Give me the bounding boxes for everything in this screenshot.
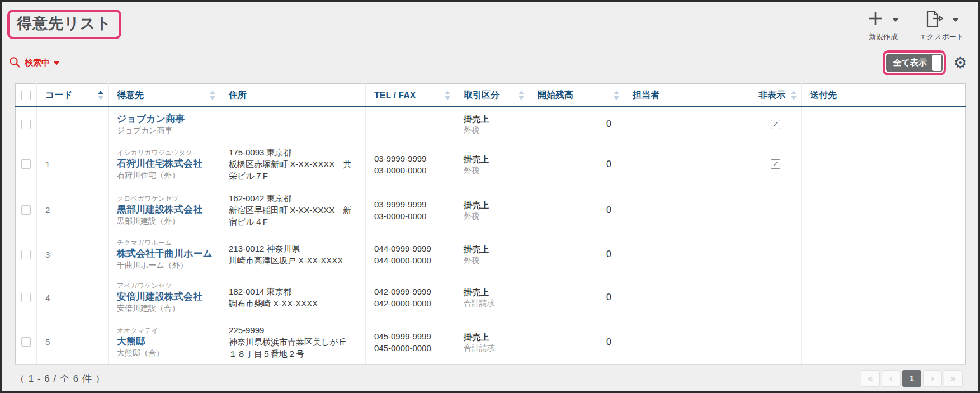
show-all-toggle[interactable]: 全て表示 <box>886 54 943 72</box>
tel-line: 03-9999-9999 <box>374 198 449 210</box>
address-line: 川崎市高津区坂戸 X-XX-XXXX <box>229 254 360 266</box>
column-header-hidden[interactable]: 非表示 <box>750 84 802 107</box>
code-cell: 3 <box>37 233 109 276</box>
sendto-cell <box>802 187 966 233</box>
column-label: コード <box>45 89 73 101</box>
hidden-checkbox-checked[interactable]: ✓ <box>771 159 780 169</box>
opening-balance-cell: 0 <box>529 233 624 276</box>
table-row: 4アベガワケンセツ安倍川建設株式会社安倍川建設（合）182-0014 東京都調布… <box>16 276 966 319</box>
hidden-flag-cell: ✓ <box>750 141 802 187</box>
code-cell: 5 <box>37 319 109 365</box>
sort-arrows-icon[interactable] <box>791 91 797 100</box>
customer-kana: チクマガワホーム <box>117 238 214 247</box>
division-main: 掛売上 <box>464 199 523 211</box>
next-page-button[interactable]: › <box>923 370 942 387</box>
address-line: 新宿区早稲田町 X-XX-XXXX 新宿ビル４F <box>229 204 360 228</box>
column-label: TEL / FAX <box>374 91 416 101</box>
address-line: 162-0042 東京都 <box>229 192 360 204</box>
customer-subname: 安倍川建設（合） <box>117 303 214 314</box>
customer-cell: クロベガワケンセツ黒部川建設株式会社黒部川建設（外） <box>109 187 220 233</box>
sort-arrows-icon[interactable] <box>519 91 524 100</box>
tel-fax-cell: 045-0999-9999045-0000-0000 <box>366 319 455 365</box>
customer-link[interactable]: 大熊邸 <box>117 335 145 348</box>
column-header-division[interactable]: 取引区分 <box>455 84 529 107</box>
title-highlight-annotation: 得意先リスト <box>7 10 121 39</box>
row-select-checkbox[interactable] <box>21 293 31 302</box>
address-cell: 175-0093 東京都板橋区赤塚新町 X-XX-XXXX 共栄ビル７F <box>220 141 366 187</box>
division-main: 掛売上 <box>464 243 523 255</box>
row-select-checkbox[interactable] <box>21 159 31 169</box>
customer-link[interactable]: 安倍川建設株式会社 <box>117 290 202 303</box>
column-header-tel[interactable]: TEL / FAX <box>366 84 455 107</box>
sendto-cell <box>802 233 966 276</box>
select-all-checkbox[interactable] <box>21 91 31 100</box>
division-sub: 合計請求 <box>464 298 523 309</box>
hidden-flag-cell <box>750 276 802 319</box>
prev-page-button[interactable]: ‹ <box>882 370 901 387</box>
address-cell: 182-0014 東京都調布市柴崎 X-XX-XXXX <box>220 276 366 319</box>
export-button[interactable]: エクスポート <box>919 10 964 42</box>
tel-line: 045-0000-0000 <box>374 342 449 354</box>
column-header-staff: 担当者 <box>624 84 750 107</box>
column-label: 得意先 <box>117 89 144 101</box>
search-filter-toggle[interactable]: 検索中 <box>9 56 59 70</box>
customer-list-screen: 得意先リスト 新規作成 <box>0 0 980 393</box>
sort-arrows-icon[interactable] <box>98 91 103 100</box>
gear-icon[interactable]: ⚙ <box>953 55 967 71</box>
code-cell <box>37 107 109 141</box>
new-record-button[interactable]: 新規作成 <box>867 10 899 42</box>
column-header-sendto: 送付先 <box>802 84 966 107</box>
address-line: 175-0093 東京都 <box>229 146 360 158</box>
sort-arrows-icon[interactable] <box>445 91 450 100</box>
row-select-checkbox[interactable] <box>21 337 31 347</box>
address-line: 板橋区赤塚新町 X-XX-XXXX 共栄ビル７F <box>229 158 360 182</box>
controls-row: 検索中 全て表示 ⚙ <box>2 42 978 75</box>
tel-line: 042-0999-9999 <box>374 286 449 297</box>
row-select-checkbox[interactable] <box>21 120 31 129</box>
customer-cell: オオクマテイ大熊邸大熊邸（合） <box>109 319 220 365</box>
current-page-button[interactable]: 1 <box>902 370 921 387</box>
customer-subname: ジョブカン商事 <box>117 125 214 136</box>
column-label: 送付先 <box>810 89 837 101</box>
footer-row: （ 1 - 6 / 全 6 件 ） « ‹ 1 › » <box>15 370 963 387</box>
opening-balance-cell: 0 <box>529 187 624 233</box>
division-main: 掛売上 <box>464 113 523 125</box>
hidden-checkbox-checked[interactable]: ✓ <box>771 120 780 129</box>
row-select-cell <box>16 107 37 141</box>
record-count: （ 1 - 6 / 全 6 件 ） <box>15 372 106 385</box>
sort-arrows-icon[interactable] <box>614 91 619 100</box>
column-header-balance[interactable]: 開始残高 <box>529 84 624 107</box>
first-page-button[interactable]: « <box>861 370 880 387</box>
customer-link[interactable]: 黒部川建設株式会社 <box>117 203 202 216</box>
chevron-down-icon[interactable] <box>892 18 899 22</box>
sort-arrows-icon[interactable] <box>210 91 215 100</box>
search-label: 検索中 <box>25 58 50 68</box>
table-header-row: コード得意先住所TEL / FAX取引区分開始残高担当者非表示送付先 <box>16 84 966 107</box>
customer-table: コード得意先住所TEL / FAX取引区分開始残高担当者非表示送付先 ジョブカン… <box>15 83 966 365</box>
customer-link[interactable]: ジョブカン商事 <box>117 112 185 125</box>
chevron-down-icon[interactable] <box>952 18 959 22</box>
row-select-cell <box>16 319 37 365</box>
customer-kana: オオクマテイ <box>117 326 214 335</box>
tel-line: 03-0000-0000 <box>374 210 449 222</box>
opening-balance-cell: 0 <box>529 141 624 187</box>
column-header-address: 住所 <box>220 84 366 107</box>
customer-cell: アベガワケンセツ安倍川建設株式会社安倍川建設（合） <box>109 276 220 319</box>
column-header-code[interactable]: コード <box>37 84 109 107</box>
customer-link[interactable]: 株式会社千曲川ホーム <box>117 247 213 260</box>
show-all-highlight-annotation: 全て表示 <box>883 50 946 75</box>
address-cell: 225-9999神奈川県横浜市青葉区美しが丘１８丁目５番地２号 <box>220 319 366 365</box>
row-select-checkbox[interactable] <box>21 250 31 259</box>
tel-line: 045-0999-9999 <box>374 330 449 342</box>
column-header-customer[interactable]: 得意先 <box>109 84 220 107</box>
customer-kana: アベガワケンセツ <box>117 281 214 290</box>
column-label: 住所 <box>229 89 247 101</box>
customer-link[interactable]: 石狩川住宅株式会社 <box>117 157 202 170</box>
address-line: 225-9999 <box>229 324 360 336</box>
last-page-button[interactable]: » <box>944 370 963 387</box>
row-select-checkbox[interactable] <box>21 205 31 215</box>
table-row: ジョブカン商事ジョブカン商事掛売上外税0✓ <box>16 107 966 141</box>
address-line: 調布市柴崎 X-XX-XXXX <box>229 297 360 309</box>
customer-cell: ジョブカン商事ジョブカン商事 <box>109 107 220 141</box>
row-select-cell <box>16 276 37 319</box>
